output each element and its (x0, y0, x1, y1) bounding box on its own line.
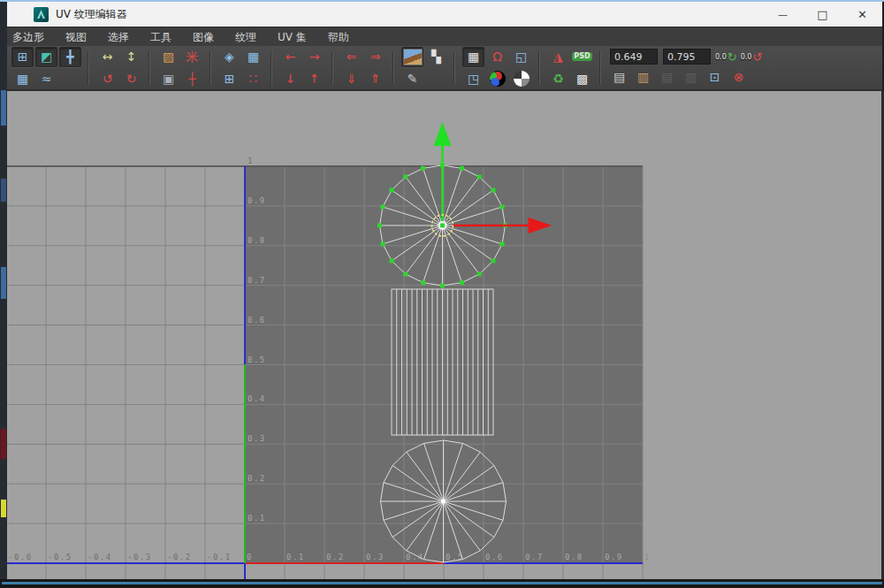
maya-app-icon (34, 7, 49, 22)
copy-icon[interactable]: ▤ (608, 66, 630, 87)
manipulator-axes-icon[interactable]: ┼ (181, 69, 203, 89)
toolbar-separator (452, 51, 458, 85)
manipulator-center-vertex[interactable] (440, 224, 445, 228)
toolbar-group-uv-values: 0.0↻0.0↺▤▥▤▥⊡⊗ (606, 49, 766, 87)
distortion-icon[interactable]: ◮ (547, 47, 569, 67)
menu-item-3[interactable]: 工具 (140, 27, 182, 47)
align-left-icon[interactable]: ← (279, 47, 301, 67)
align-up-icon[interactable]: ↑ (303, 69, 325, 89)
checker-texture-icon[interactable]: ▩ (571, 69, 593, 89)
menu-item-5[interactable]: 纹理 (225, 27, 267, 47)
v-axis-label: 0.8 (248, 236, 266, 245)
rotate-ccw-value[interactable]: 0.0↺ (741, 50, 763, 64)
uv-canvas[interactable]: 10.90.80.70.60.50.40.30.20.1-0.6-0.5-0.4… (7, 91, 881, 579)
u-axis-label: -0.3 (127, 553, 152, 561)
distribute-icon[interactable]: ∷ (242, 69, 264, 89)
uv-lattice-tool-button[interactable]: ⊞ (11, 47, 34, 67)
alpha-display-button[interactable] (510, 69, 532, 89)
close-button[interactable]: ✕ (842, 2, 882, 27)
toolbar-separator (391, 51, 397, 85)
update-psd-button[interactable]: PSD (571, 47, 593, 67)
window-left-edge (0, 2, 7, 588)
menu-item-1[interactable]: 视图 (55, 27, 97, 47)
menu-item-2[interactable]: 选择 (97, 27, 140, 47)
u-axis-label: 0.4 (406, 553, 424, 561)
unfold-icon[interactable]: ▨ (157, 47, 179, 67)
uv-smudge-tool-button[interactable]: ◩ (35, 47, 57, 67)
snap-together-icon[interactable]: ⊡ (704, 66, 726, 87)
v-axis-label: 0.4 (248, 394, 266, 403)
toolbar-group-move-rotate: ↔↕↺↻ (94, 47, 145, 89)
u-axis-label: 0.1 (286, 553, 305, 561)
flip-v-icon[interactable]: ↕ (120, 47, 142, 67)
uv-shell-bottom-circle[interactable] (381, 440, 507, 562)
minimize-button[interactable]: — (763, 2, 803, 27)
layout-grid-icon[interactable]: ▦ (242, 47, 264, 67)
align-down-icon[interactable]: ↓ (279, 69, 301, 89)
u-axis-label: 0.6 (485, 553, 504, 561)
snap-up-icon[interactable]: ⇑ (364, 69, 386, 89)
u-axis-label: 0.7 (525, 553, 544, 561)
cycle-uv-icon[interactable]: ⊗ (728, 66, 750, 87)
paste-icon[interactable]: ▥ (632, 66, 654, 87)
u-axis-label: -0.2 (167, 553, 192, 561)
paste-v-icon[interactable]: ▥ (680, 66, 702, 87)
toolbar-separator (537, 51, 543, 85)
rotate-cw-icon[interactable]: ↻ (120, 69, 142, 89)
dither-icon[interactable]: ▚ (425, 47, 447, 67)
u-axis-label: -0.6 (8, 553, 33, 561)
layout-icon[interactable]: ◈ (218, 47, 240, 67)
paste-u-icon[interactable]: ▤ (656, 66, 678, 87)
shell-border-icon[interactable]: ◱ (510, 47, 532, 67)
rgb-display-button[interactable] (486, 69, 508, 89)
toolbar-group-psd-tools: ◮PSD♻▩ (545, 47, 596, 89)
pixel-snap-icon[interactable]: Ω (486, 47, 508, 67)
refresh-image-icon[interactable]: ♻ (547, 69, 569, 89)
v-coordinate-input[interactable] (663, 49, 711, 65)
unitize-icon[interactable]: ⊞ (218, 69, 240, 89)
v-axis-label: 0.7 (248, 276, 266, 285)
flip-u-icon[interactable]: ↔ (96, 47, 118, 67)
toolbar-group-transform-tools: ⊞◩╋▦≈ (9, 47, 84, 89)
menu-item-4[interactable]: 图像 (182, 27, 225, 47)
u-axis-label: 0.2 (326, 553, 345, 561)
lattice-deform-icon[interactable]: ▦ (11, 69, 34, 89)
u-axis-label: 0.3 (366, 553, 385, 561)
menu-item-0[interactable]: 多边形 (2, 27, 55, 47)
move-uv-shell-tool-button[interactable]: ╋ (59, 47, 81, 67)
u-axis-label: -0.4 (88, 553, 112, 561)
rotate-ccw-icon[interactable]: ↺ (96, 69, 118, 89)
view-frame-icon[interactable]: ◳ (462, 69, 484, 89)
toolbar: ⊞◩╋▦≈↔↕↺↻▨米▣┼◈▦⊞∷←→↓↑⇐⇒⇓⇑▚✎▦Ω◱◳◮PSD♻▩0.0… (2, 46, 882, 91)
snap-left-icon[interactable]: ⇐ (340, 47, 362, 67)
rotate-cw-value[interactable]: 0.0↻ (715, 50, 737, 64)
toolbar-group-align-edges: ←→↓↑ (277, 47, 328, 89)
toolbar-group-view-options: ▦Ω◱◳ (460, 47, 535, 89)
toolbar-separator (330, 51, 336, 85)
snap-right-icon[interactable]: ⇒ (364, 47, 386, 67)
image-display-button[interactable] (401, 47, 423, 67)
v-axis-label: 0.5 (248, 355, 266, 364)
flatten-icon[interactable]: ▣ (157, 69, 179, 89)
align-right-icon[interactable]: → (303, 47, 325, 67)
image-editor-icon[interactable]: ✎ (401, 69, 423, 89)
toolbar-separator (269, 51, 275, 85)
toolbar-group-unfold-relax: ▨米▣┼ (155, 47, 206, 89)
snap-down-icon[interactable]: ⇓ (340, 69, 362, 89)
v-axis-label: 0.2 (248, 474, 266, 483)
u-axis-label: 0.9 (605, 553, 623, 561)
maximize-button[interactable]: □ (803, 2, 842, 27)
u-axis-label: 0.8 (565, 553, 583, 561)
window-bottom-edge (0, 579, 884, 588)
u-axis-label: 1 (644, 553, 651, 561)
menu-item-7[interactable]: 帮助 (317, 27, 360, 47)
uv-shell-side-rect[interactable] (392, 289, 493, 435)
v-axis-label: 0.9 (248, 196, 266, 205)
toolbar-separator (598, 51, 604, 85)
manipulator-y-arrowhead[interactable] (434, 122, 452, 146)
grid-toggle-button[interactable]: ▦ (462, 47, 484, 67)
relax-icon[interactable]: 米 (181, 47, 203, 67)
edit-curve-icon[interactable]: ≈ (35, 69, 57, 89)
menu-item-6[interactable]: UV 集 (267, 27, 317, 47)
u-coordinate-input[interactable] (610, 49, 658, 65)
